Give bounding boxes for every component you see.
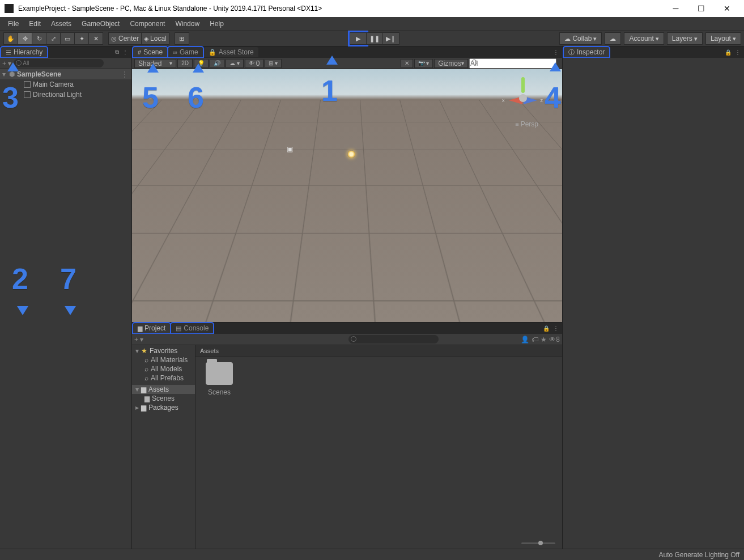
hierarchy-item-label: Directional Light: [33, 91, 82, 99]
project-search-input[interactable]: [348, 335, 439, 343]
tab-asset-store[interactable]: 🔒 Asset Store: [204, 47, 258, 57]
draw-mode-dropdown[interactable]: Shaded ▾: [134, 59, 176, 68]
rotate-tool-button[interactable]: ↻: [32, 32, 46, 45]
hidden-toggle-button[interactable]: 👁8: [549, 336, 560, 343]
snap-group: ⊞: [175, 32, 189, 45]
hierarchy-item-main-camera[interactable]: Main Camera: [0, 79, 131, 90]
playback-group: ▶ ❚❚ ▶❙: [350, 32, 399, 45]
scene-grid-plane: [132, 100, 562, 322]
hierarchy-menu-icon[interactable]: ⋮: [122, 49, 128, 56]
orientation-gizmo[interactable]: y x z: [500, 75, 545, 120]
inspector-tabrow: ⓘ Inspector 🔒⋮: [563, 46, 744, 58]
packages-folder-row[interactable]: ▸▆Packages: [132, 403, 195, 412]
filter-type-button[interactable]: 👤: [521, 336, 529, 343]
menu-help[interactable]: Help: [205, 19, 228, 29]
favorites-header[interactable]: ▾★Favorites: [132, 346, 195, 355]
minimize-button[interactable]: ─: [663, 0, 688, 17]
filter-favorite-button[interactable]: ★: [541, 336, 547, 343]
window-titlebar: ExampleProject - SampleScene - PC, Mac &…: [0, 0, 744, 17]
menu-assets[interactable]: Assets: [46, 19, 76, 29]
project-footer: [195, 537, 562, 549]
2d-toggle-button[interactable]: 2D: [177, 59, 193, 68]
inspector-menu-icon[interactable]: ⋮: [735, 49, 741, 56]
hierarchy-tree: ▾ ⬢ SampleScene ⋮ Main Camera Directiona…: [0, 69, 131, 549]
project-lock-icon[interactable]: 🔒: [543, 325, 550, 332]
menu-window[interactable]: Window: [171, 19, 204, 29]
menu-gameobject[interactable]: GameObject: [77, 19, 124, 29]
hierarchy-item-directional-light[interactable]: Directional Light: [0, 90, 131, 100]
snap-button[interactable]: ⊞: [175, 32, 189, 45]
inspector-lock-icon[interactable]: 🔒: [725, 49, 732, 56]
hierarchy-popout-icon[interactable]: ⧉: [115, 49, 119, 56]
audio-toggle-button[interactable]: 🔊: [210, 59, 224, 68]
rect-tool-button[interactable]: ▭: [60, 32, 75, 45]
account-dropdown[interactable]: Account ▾: [624, 32, 664, 45]
scene-search-input[interactable]: [469, 58, 556, 69]
hand-tool-button[interactable]: ✋: [3, 32, 18, 45]
visibility-button[interactable]: 👁 0: [245, 59, 263, 68]
hierarchy-scene-row[interactable]: ▾ ⬢ SampleScene ⋮: [0, 69, 131, 79]
filter-label-button[interactable]: 🏷: [532, 336, 538, 343]
tools-button[interactable]: ✕: [401, 59, 413, 68]
layout-dropdown[interactable]: Layout ▾: [705, 32, 741, 45]
tab-hierarchy[interactable]: ☰ Hierarchy: [1, 47, 47, 57]
fx-toggle-button[interactable]: ☁ ▾: [226, 59, 244, 68]
folder-item-scenes[interactable]: Scenes: [201, 362, 237, 396]
layers-dropdown[interactable]: Layers ▾: [667, 32, 703, 45]
lighting-toggle-button[interactable]: 💡: [194, 59, 209, 68]
gizmos-dropdown[interactable]: Gizmos ▾: [434, 59, 468, 68]
hierarchy-panel: ☰ Hierarchy ⧉⋮ + ▾ ▾ ⬢ SampleScene ⋮ Mai…: [0, 46, 132, 549]
custom-tool-button[interactable]: ✕: [88, 32, 103, 45]
tab-project[interactable]: ▆ Project: [133, 323, 170, 333]
maximize-button[interactable]: ☐: [688, 0, 714, 17]
pivot-local-button[interactable]: ◈Local: [141, 32, 169, 45]
favorite-label: All Materials: [151, 356, 188, 364]
project-add-button[interactable]: + ▾: [134, 336, 143, 343]
favorite-label: All Prefabs: [151, 374, 184, 382]
hierarchy-add-button[interactable]: + ▾: [2, 60, 11, 67]
project-folder-grid[interactable]: Scenes: [195, 357, 562, 537]
favorite-all-materials[interactable]: ⌕All Materials: [132, 355, 195, 364]
workspace: ☰ Hierarchy ⧉⋮ + ▾ ▾ ⬢ SampleScene ⋮ Mai…: [0, 46, 744, 549]
pivot-group: ◎Center ◈Local: [108, 32, 169, 45]
scale-tool-button[interactable]: ⤢: [46, 32, 61, 45]
menu-file[interactable]: File: [3, 19, 23, 29]
play-button[interactable]: ▶: [350, 32, 367, 45]
scene-menu-icon[interactable]: ⋮: [121, 70, 128, 78]
inspector-panel: ⓘ Inspector 🔒⋮: [563, 46, 744, 549]
scene-toolbar: Shaded ▾ 2D 💡 🔊 ☁ ▾ 👁 0 ⊞ ▾ ✕ 📷 ▾ Gizmos…: [132, 58, 562, 69]
transform-tool-button[interactable]: ✦: [74, 32, 89, 45]
tab-console[interactable]: ▤ Console: [171, 323, 213, 333]
collab-dropdown[interactable]: ☁ Collab ▾: [559, 32, 602, 45]
project-panel: ▆ Project ▤ Console 🔒⋮ + ▾ 👤 🏷 ★ 👁8 ▾★Fa…: [132, 322, 562, 549]
pivot-center-button[interactable]: ◎Center: [108, 32, 142, 45]
light-gizmo-icon[interactable]: [347, 150, 355, 158]
menu-component[interactable]: Component: [125, 19, 169, 29]
menu-edit[interactable]: Edit: [24, 19, 45, 29]
project-menu-icon[interactable]: ⋮: [553, 325, 559, 332]
scene-menu-icon[interactable]: ⋮: [553, 49, 559, 56]
favorite-all-prefabs[interactable]: ⌕All Prefabs: [132, 374, 195, 383]
statusbar: Auto Generate Lighting Off: [0, 549, 744, 560]
scenes-folder-row[interactable]: ▆Scenes: [132, 394, 195, 403]
project-breadcrumb[interactable]: Assets: [195, 345, 562, 357]
assets-folder-row[interactable]: ▾▆Assets: [132, 385, 195, 394]
move-tool-button[interactable]: ✥: [18, 32, 32, 45]
cloud-button[interactable]: ☁: [605, 32, 621, 45]
favorite-all-models[interactable]: ⌕All Models: [132, 364, 195, 374]
grid-button[interactable]: ⊞ ▾: [265, 59, 282, 68]
tab-inspector[interactable]: ⓘ Inspector: [564, 47, 609, 57]
scene-viewport[interactable]: ▣ y x z ≡ Persp: [132, 69, 562, 322]
inspector-body: [563, 58, 744, 549]
camera-button[interactable]: 📷 ▾: [414, 59, 433, 68]
icon-size-slider[interactable]: [521, 542, 555, 544]
favorite-label: All Models: [151, 365, 182, 373]
step-button[interactable]: ▶❙: [382, 32, 399, 45]
pause-button[interactable]: ❚❚: [366, 32, 383, 45]
tab-scene[interactable]: # Scene: [133, 47, 167, 57]
camera-gizmo-icon[interactable]: ▣: [287, 145, 293, 153]
projection-label[interactable]: ≡ Persp: [515, 120, 538, 128]
hierarchy-search-input[interactable]: [14, 59, 104, 67]
close-button[interactable]: ✕: [714, 0, 739, 17]
tab-game[interactable]: ∞ Game: [168, 47, 203, 57]
